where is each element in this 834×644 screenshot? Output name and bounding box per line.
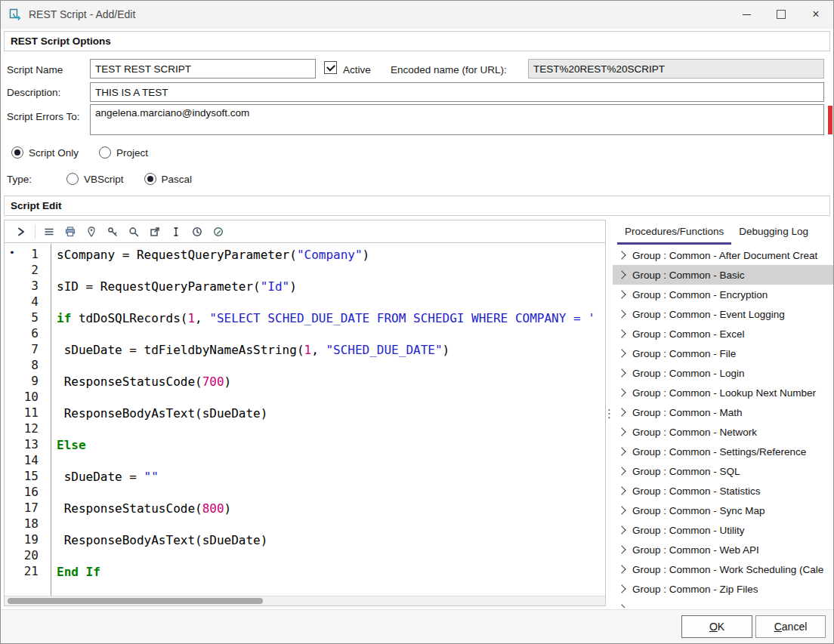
line-number[interactable]: 19 [5, 532, 51, 548]
group-item[interactable]: Group : Common - Sync Map [613, 501, 833, 520]
close-button[interactable]: × [798, 1, 833, 28]
group-item[interactable]: Group : Common - Encryption [613, 285, 833, 304]
radio-circle[interactable] [99, 146, 111, 159]
scrollbar-thumb[interactable] [8, 598, 263, 604]
group-item-partial[interactable] [613, 599, 833, 608]
code-line[interactable]: ResponseBodyAsText(sDueDate) [57, 405, 605, 421]
group-item[interactable]: Group : Common - SQL [613, 461, 833, 481]
group-item[interactable]: Group : Common - Excel [613, 324, 833, 344]
group-item[interactable]: Group : Common - Event Logging [613, 304, 833, 324]
code-line[interactable] [57, 453, 605, 469]
code-line[interactable]: ResponseStatusCode(800) [57, 501, 605, 516]
group-item[interactable]: Group : Common - Work Scheduling (Cale [613, 559, 833, 579]
code-line[interactable] [57, 326, 605, 342]
group-item[interactable]: Group : Common - Settings/Reference [613, 442, 833, 461]
outline-icon[interactable] [39, 223, 60, 241]
run-icon[interactable] [11, 223, 32, 241]
group-item[interactable]: Group : Common - Utility [613, 520, 833, 540]
code-line[interactable]: Else [57, 437, 605, 453]
code-line[interactable] [57, 548, 605, 564]
group-item[interactable]: Group : Common - After Document Creat [613, 245, 833, 265]
code-line[interactable]: sDueDate = tdFieldbyNameAsString(1, "SCH… [57, 342, 605, 358]
line-number[interactable]: 2 [5, 263, 51, 279]
line-number[interactable]: 18 [5, 516, 51, 532]
line-number[interactable]: 20 [5, 548, 51, 564]
group-item[interactable]: Group : Common - Network [613, 422, 833, 442]
line-number[interactable]: 6 [5, 326, 51, 342]
description-input[interactable] [90, 82, 824, 102]
line-number[interactable]: 9 [5, 374, 51, 390]
radio-circle[interactable] [66, 173, 79, 185]
code-line[interactable] [57, 485, 605, 501]
cancel-button[interactable]: Cancel [755, 615, 826, 638]
script-errors-input[interactable]: angelena.marciano@indysoft.com [90, 104, 824, 135]
code-line[interactable] [57, 294, 605, 310]
edit-icon[interactable] [208, 223, 229, 241]
radio-circle[interactable] [144, 173, 156, 185]
code-line[interactable]: sID = RequestQueryParameter("Id") [57, 279, 605, 294]
editor-code-area[interactable]: sCompany = RequestQueryParameter("Compan… [52, 244, 605, 596]
code-line[interactable]: if tdDoSQLRecords(1, "SELECT SCHED_DUE_D… [57, 310, 605, 326]
line-number[interactable]: 4 [5, 294, 51, 310]
line-number[interactable]: 3 [5, 279, 51, 294]
code-line[interactable] [57, 390, 605, 405]
export-icon[interactable] [144, 223, 165, 241]
tab-procedures-functions[interactable]: Procedures/Functions [617, 221, 731, 245]
group-item[interactable]: Group : Common - Math [613, 402, 833, 422]
line-number[interactable]: 16 [5, 485, 51, 501]
marker-icon[interactable] [81, 223, 102, 241]
code-line[interactable] [57, 358, 605, 374]
print-icon[interactable] [60, 223, 81, 241]
code-line[interactable] [57, 263, 605, 279]
radio-circle[interactable] [11, 146, 23, 159]
group-item[interactable]: Group : Common - Lookup Next Number [613, 383, 833, 402]
active-checkbox[interactable] [324, 61, 337, 74]
line-number[interactable]: 11 [5, 405, 51, 421]
group-item[interactable]: Group : Common - File [613, 344, 833, 363]
group-item[interactable]: Group : Common - Basic [613, 265, 833, 285]
radio-script-only[interactable]: Script Only [11, 146, 79, 159]
line-number[interactable]: •1 [5, 247, 51, 263]
code-line[interactable]: ResponseBodyAsText(sDueDate) [57, 532, 605, 548]
radio-vbscript[interactable]: VBScript [66, 173, 124, 185]
code-editor[interactable]: •123456789101112131415161718192021 sComp… [4, 220, 606, 606]
group-item-label: Group : Common - Event Logging [632, 309, 785, 320]
maximize-button[interactable] [764, 1, 798, 28]
line-number[interactable]: 8 [5, 358, 51, 374]
tab-debugging-log[interactable]: Debugging Log [731, 221, 816, 245]
radio-project[interactable]: Project [99, 146, 148, 159]
panel-splitter[interactable]: ⋮ [606, 220, 613, 606]
group-item[interactable]: Group : Common - Statistics [613, 481, 833, 501]
editor-horizontal-scrollbar[interactable] [5, 596, 605, 605]
code-line[interactable] [57, 516, 605, 532]
line-number[interactable]: 12 [5, 421, 51, 437]
line-number[interactable]: 17 [5, 501, 51, 516]
line-number[interactable]: 10 [5, 390, 51, 405]
editor-body[interactable]: •123456789101112131415161718192021 sComp… [5, 244, 605, 596]
code-line[interactable] [57, 421, 605, 437]
group-item[interactable]: Group : Common - Zip Files [613, 579, 833, 599]
line-number[interactable]: 13 [5, 437, 51, 453]
search-icon[interactable] [123, 223, 144, 241]
code-line[interactable]: End If [57, 564, 605, 580]
group-item[interactable]: Group : Common - Login [613, 363, 833, 383]
editor-gutter[interactable]: •123456789101112131415161718192021 [5, 244, 51, 596]
clock-icon[interactable] [187, 223, 208, 241]
code-line[interactable]: sCompany = RequestQueryParameter("Compan… [57, 247, 605, 263]
text-cursor-icon[interactable] [165, 223, 187, 241]
line-number[interactable]: 21 [5, 564, 51, 580]
group-item[interactable]: Group : Common - Web API [613, 540, 833, 559]
line-number[interactable]: 15 [5, 469, 51, 485]
minimize-button[interactable] [729, 1, 764, 28]
code-line[interactable]: ResponseStatusCode(700) [57, 374, 605, 390]
group-item-label: Group : Common - Encryption [632, 289, 768, 300]
radio-label: Script Only [29, 147, 79, 159]
line-number[interactable]: 14 [5, 453, 51, 469]
ok-button[interactable]: OK [681, 615, 752, 638]
line-number[interactable]: 7 [5, 342, 51, 358]
code-line[interactable]: sDueDate = "" [57, 469, 605, 485]
line-number[interactable]: 5 [5, 310, 51, 326]
script-name-input[interactable] [90, 59, 316, 79]
key-icon[interactable] [102, 223, 123, 241]
radio-pascal[interactable]: Pascal [144, 173, 193, 185]
